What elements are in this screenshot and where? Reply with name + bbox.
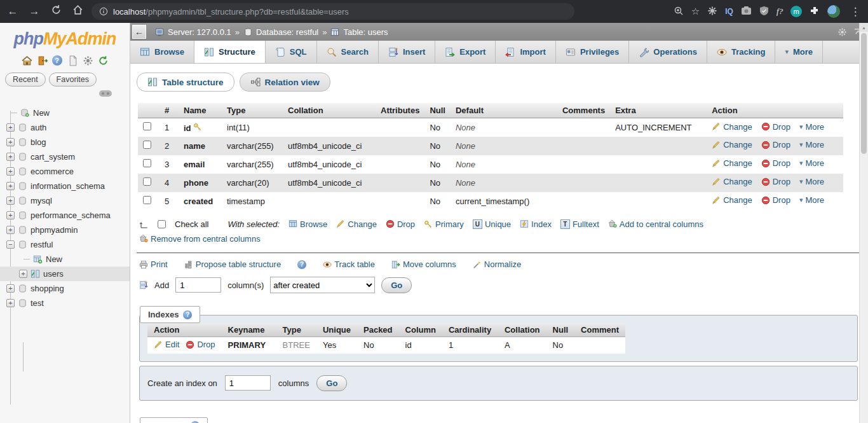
page-settings-gear-icon[interactable]	[837, 27, 847, 37]
subtab-table-structure[interactable]: Table structure	[137, 73, 234, 92]
breadcrumb-database[interactable]: Database: restful	[243, 27, 318, 37]
shield-extension-icon[interactable]	[759, 6, 769, 18]
home-icon[interactable]	[70, 4, 85, 18]
tab-search[interactable]: Search	[317, 41, 379, 63]
expand-plus-icon[interactable]: +	[19, 270, 27, 278]
ws-primary-link[interactable]: Primary	[424, 219, 464, 229]
reload-icon[interactable]	[48, 4, 64, 18]
bookmark-star-icon[interactable]: ☆	[691, 6, 700, 17]
create-index-count-input[interactable]	[225, 375, 271, 391]
breadcrumb-server[interactable]: Server: 127.0.0.1	[155, 27, 231, 37]
tab-privileges[interactable]: Privileges	[556, 41, 629, 63]
track-table-link[interactable]: Track table	[323, 260, 375, 269]
tree-item-information-schema[interactable]: + information_schema	[0, 179, 130, 193]
drop-column-link[interactable]: Drop	[761, 140, 790, 149]
breadcrumb-table[interactable]: Table: users	[330, 27, 388, 37]
row-checkbox[interactable]	[143, 141, 151, 149]
expand-plus-icon[interactable]: +	[6, 123, 15, 132]
collapse-minus-icon[interactable]: −	[6, 240, 15, 249]
tree-item-blog[interactable]: + blog	[0, 135, 130, 149]
change-column-link[interactable]: Change	[712, 158, 752, 168]
tab-insert[interactable]: Insert	[379, 41, 435, 63]
drop-index-link[interactable]: Drop	[186, 340, 215, 349]
check-all-checkbox[interactable]	[158, 220, 166, 228]
tree-item-shopping[interactable]: + shopping	[0, 281, 130, 296]
tree-item-auth[interactable]: + auth	[0, 120, 130, 135]
drop-column-link[interactable]: Drop	[761, 195, 790, 205]
ws-index-link[interactable]: Index	[520, 219, 552, 229]
favorites-button[interactable]: Favorites	[49, 73, 97, 87]
ws-browse-link[interactable]: Browse	[288, 219, 327, 229]
logout-door-icon[interactable]	[37, 55, 48, 66]
ws-change-link[interactable]: Change	[336, 219, 377, 229]
help-icon[interactable]: ?	[52, 55, 63, 66]
expand-plus-icon[interactable]: +	[6, 167, 15, 176]
tree-item-cart-system[interactable]: + cart_system	[0, 149, 130, 164]
add-column-position-select[interactable]: after created	[270, 277, 375, 293]
address-bar[interactable]: localhost/phpmyadmin/tbl_structure.php?d…	[92, 3, 574, 20]
create-index-go-button[interactable]: Go	[316, 375, 347, 391]
tree-item-test[interactable]: + test	[0, 296, 130, 310]
ws-add-central-link[interactable]: Add to central columns	[608, 219, 703, 229]
drop-column-link[interactable]: Drop	[761, 158, 790, 168]
tree-item-restful[interactable]: − restful	[0, 237, 130, 252]
print-link[interactable]: Print	[139, 260, 168, 269]
change-column-link[interactable]: Change	[712, 177, 752, 186]
more-column-link[interactable]: ▾More	[799, 158, 824, 168]
normalize-link[interactable]: Normalize	[473, 260, 522, 269]
settings-gear-icon[interactable]	[83, 55, 93, 66]
extensions-puzzle-icon[interactable]	[810, 6, 820, 18]
tree-item-ecommerce[interactable]: + ecommerce	[0, 164, 130, 179]
propose-structure-link[interactable]: Propose table structure	[184, 260, 281, 269]
check-all-label[interactable]: Check all	[175, 219, 208, 229]
change-column-link[interactable]: Change	[712, 195, 752, 205]
subtab-relation-view[interactable]: Relation view	[240, 73, 330, 92]
edit-index-link[interactable]: Edit	[154, 340, 179, 349]
more-column-link[interactable]: ▾More	[799, 195, 824, 205]
row-checkbox[interactable]	[143, 122, 151, 130]
back-icon[interactable]: ←	[5, 5, 20, 18]
expand-plus-icon[interactable]: +	[6, 211, 15, 219]
tree-item-new-database[interactable]: New	[0, 106, 130, 120]
tab-more[interactable]: ▾ More	[775, 41, 823, 63]
recent-button[interactable]: Recent	[5, 73, 46, 87]
info-icon[interactable]	[99, 7, 108, 16]
docs-icon[interactable]	[67, 55, 78, 66]
tab-import[interactable]: Import	[496, 41, 555, 63]
camera-extension-icon[interactable]	[741, 6, 752, 17]
tree-item-performance-schema[interactable]: + performance_schema	[0, 208, 130, 223]
more-column-link[interactable]: ▾More	[799, 140, 824, 149]
expand-plus-icon[interactable]: +	[6, 284, 15, 293]
f-extension-icon[interactable]: f?	[776, 6, 783, 17]
more-column-link[interactable]: ▾More	[799, 122, 824, 132]
change-column-link[interactable]: Change	[712, 140, 752, 149]
scrollbar-up-icon[interactable]: ▲	[860, 23, 868, 32]
link-icon[interactable]	[99, 90, 112, 97]
more-column-link[interactable]: ▾More	[799, 177, 824, 186]
tab-export[interactable]: Export	[435, 41, 496, 63]
add-column-go-button[interactable]: Go	[381, 277, 412, 293]
tree-item-new-table[interactable]: New	[0, 252, 130, 267]
refresh-icon[interactable]	[98, 55, 109, 66]
add-column-count-input[interactable]	[175, 277, 221, 293]
iq-extension-icon[interactable]: IQ	[725, 7, 733, 16]
page-scrollbar[interactable]: ▲	[859, 23, 868, 423]
tree-item-mysql[interactable]: + mysql	[0, 193, 130, 208]
tab-operations[interactable]: Operations	[629, 41, 707, 63]
help-icon[interactable]: ?	[297, 260, 306, 269]
tab-structure[interactable]: Structure	[194, 41, 266, 63]
expand-plus-icon[interactable]: +	[6, 226, 15, 234]
tab-tracking[interactable]: Tracking	[707, 41, 775, 63]
row-checkbox[interactable]	[143, 177, 151, 186]
tree-item-users[interactable]: + users	[0, 267, 130, 281]
row-checkbox[interactable]	[143, 196, 151, 204]
forward-icon[interactable]: →	[27, 5, 42, 18]
help-icon[interactable]: ?	[183, 310, 192, 319]
expand-plus-icon[interactable]: +	[6, 153, 15, 161]
m-extension-icon[interactable]: m	[790, 6, 802, 17]
tab-browse[interactable]: Browse	[130, 41, 194, 63]
scrollbar-thumb[interactable]	[861, 33, 867, 154]
chrome-menu-icon[interactable]: ⋮	[848, 5, 863, 18]
move-columns-link[interactable]: Move columns	[391, 260, 456, 269]
expand-plus-icon[interactable]: +	[6, 182, 15, 190]
